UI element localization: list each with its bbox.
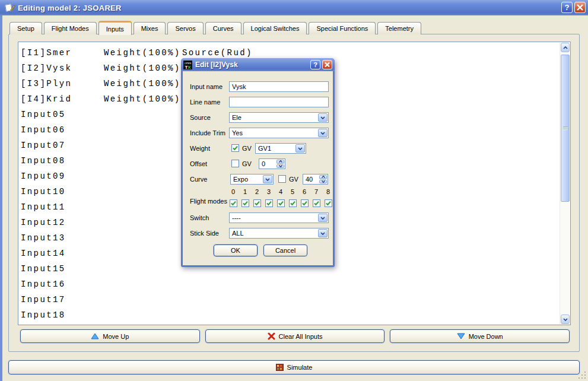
chevron-down-icon[interactable] xyxy=(318,113,328,122)
flight-mode-0-checkbox[interactable] xyxy=(230,199,237,207)
flight-mode-2-checkbox[interactable] xyxy=(253,199,261,207)
titlebar: Editing model 2: JSOARER ? xyxy=(0,0,588,15)
source-select[interactable]: Ele xyxy=(229,112,329,123)
flight-mode-8-checkbox[interactable] xyxy=(325,199,332,207)
flight-mode-number: 6 xyxy=(300,188,309,195)
thumb-grip xyxy=(563,126,568,130)
check-icon xyxy=(266,200,272,207)
tab-special-functions[interactable]: Special Functions xyxy=(309,22,376,34)
flight-mode-number: 8 xyxy=(324,188,332,195)
flight-mode-6-checkbox[interactable] xyxy=(301,199,309,207)
simulate-button[interactable]: Simulate xyxy=(8,360,580,374)
dialog-help-button[interactable]: ? xyxy=(310,60,320,69)
dialog-body: Input name Line name Source Ele Include … xyxy=(183,71,333,265)
edit-input-dialog: OPENTX Edit [I2]Vysk ? Input name Line n… xyxy=(181,58,335,267)
chevron-down-icon[interactable] xyxy=(318,229,328,237)
switch-label: Switch xyxy=(190,212,209,223)
scroll-up-button[interactable] xyxy=(561,43,570,52)
vertical-scrollbar[interactable] xyxy=(560,43,570,324)
flight-mode-number: 2 xyxy=(253,188,261,195)
chevron-down-icon[interactable] xyxy=(263,175,272,183)
weight-label: Weight xyxy=(190,143,210,154)
dialog-titlebar[interactable]: OPENTX Edit [I2]Vysk ? xyxy=(181,58,335,71)
flight-mode-5-checkbox[interactable] xyxy=(289,199,297,207)
switch-select[interactable]: ---- xyxy=(229,212,329,223)
close-button[interactable] xyxy=(574,2,586,13)
resize-grip[interactable] xyxy=(584,377,586,379)
clear-x-icon xyxy=(268,332,275,340)
curve-gv-checkbox[interactable] xyxy=(278,175,286,183)
offset-label: Offset xyxy=(190,158,207,169)
weight-gv-select[interactable]: GV1 xyxy=(255,143,306,154)
chevron-down-icon[interactable] xyxy=(318,214,328,222)
weight-gv-label: GV xyxy=(242,143,252,154)
line-name-field[interactable] xyxy=(229,97,329,107)
tab-setup[interactable]: Setup xyxy=(9,22,42,34)
tab-flight-modes[interactable]: Flight Modes xyxy=(44,22,97,34)
spin-down-icon[interactable] xyxy=(319,180,327,184)
scrollbar-thumb[interactable] xyxy=(561,55,570,202)
simulate-bar: Simulate xyxy=(8,360,580,374)
close-icon xyxy=(575,2,585,12)
spin-up-icon[interactable] xyxy=(319,175,327,179)
input-name-field[interactable] xyxy=(229,81,329,92)
offset-gv-checkbox[interactable] xyxy=(231,160,239,167)
move-up-button[interactable]: Move Up xyxy=(20,329,200,343)
curve-label: Curve xyxy=(190,174,207,185)
flight-mode-3-checkbox[interactable] xyxy=(265,199,273,207)
input-row[interactable]: Input16 xyxy=(21,277,557,292)
tab-curves[interactable]: Curves xyxy=(205,22,241,34)
check-icon xyxy=(242,200,249,207)
check-icon xyxy=(325,200,332,207)
include-trim-label: Include Trim xyxy=(190,128,225,138)
flight-modes-label: Flight modes xyxy=(190,196,227,207)
input-row[interactable]: Input18 xyxy=(21,307,557,323)
app-icon xyxy=(5,4,14,12)
tab-mixes[interactable]: Mixes xyxy=(134,22,166,34)
line-name-label: Line name xyxy=(190,97,220,107)
curve-select[interactable]: Expo xyxy=(230,174,274,185)
tab-inputs[interactable]: Inputs xyxy=(98,21,132,35)
check-icon xyxy=(254,200,260,207)
flight-mode-4-checkbox[interactable] xyxy=(277,199,285,207)
chevron-down-icon xyxy=(563,318,568,321)
stick-side-select[interactable]: ALL xyxy=(229,228,329,239)
offset-gv-label: GV xyxy=(242,158,252,169)
close-icon xyxy=(323,61,332,69)
weight-gv-checkbox[interactable] xyxy=(231,144,239,152)
ok-button[interactable]: OK xyxy=(214,245,258,256)
flight-mode-7-checkbox[interactable] xyxy=(313,199,320,207)
chevron-down-icon[interactable] xyxy=(318,129,328,137)
include-trim-select[interactable]: Yes xyxy=(229,128,329,138)
window-frame-edge xyxy=(0,15,2,381)
chevron-up-icon xyxy=(563,46,568,49)
flight-mode-number: 7 xyxy=(312,188,320,195)
flight-mode-number: 0 xyxy=(229,188,237,195)
scroll-down-button[interactable] xyxy=(561,315,570,324)
help-button[interactable]: ? xyxy=(561,2,573,13)
spin-down-icon[interactable] xyxy=(276,164,284,169)
offset-spinner[interactable]: 0 xyxy=(259,158,285,169)
simulator-icon xyxy=(276,364,284,371)
clear-all-inputs-button[interactable]: Clear All Inputs xyxy=(205,329,385,343)
list-action-buttons: Move Up Clear All Inputs Move Down xyxy=(20,329,570,343)
dialog-title: Edit [I2]Vysk xyxy=(195,61,238,69)
stick-side-label: Stick Side xyxy=(190,228,219,239)
chevron-down-icon[interactable] xyxy=(295,144,305,153)
source-label: Source xyxy=(190,112,211,123)
move-down-button[interactable]: Move Down xyxy=(390,329,570,343)
curve-param-spinner[interactable]: 40 xyxy=(303,174,328,185)
spin-up-icon[interactable] xyxy=(276,160,284,164)
application-window: Editing model 2: JSOARER ? Setup Flight … xyxy=(0,0,588,381)
tab-logical-switches[interactable]: Logical Switches xyxy=(243,22,307,34)
input-name-label: Input name xyxy=(190,81,223,92)
input-row[interactable]: Input17 xyxy=(21,292,557,307)
tab-strip: Setup Flight Modes Inputs Mixes Servos C… xyxy=(9,21,421,34)
check-icon xyxy=(232,145,239,151)
tab-servos[interactable]: Servos xyxy=(167,22,203,34)
dialog-close-button[interactable] xyxy=(322,60,332,69)
flight-mode-number: 4 xyxy=(276,188,285,195)
cancel-button[interactable]: Cancel xyxy=(263,245,307,256)
flight-mode-1-checkbox[interactable] xyxy=(241,199,249,207)
tab-telemetry[interactable]: Telemetry xyxy=(377,22,421,34)
